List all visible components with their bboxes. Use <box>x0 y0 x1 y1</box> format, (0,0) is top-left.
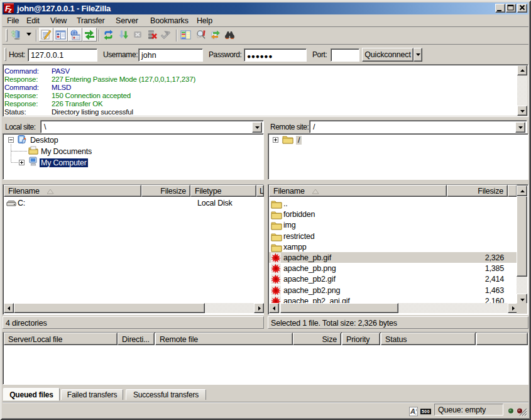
svg-text:z: z <box>8 6 12 14</box>
